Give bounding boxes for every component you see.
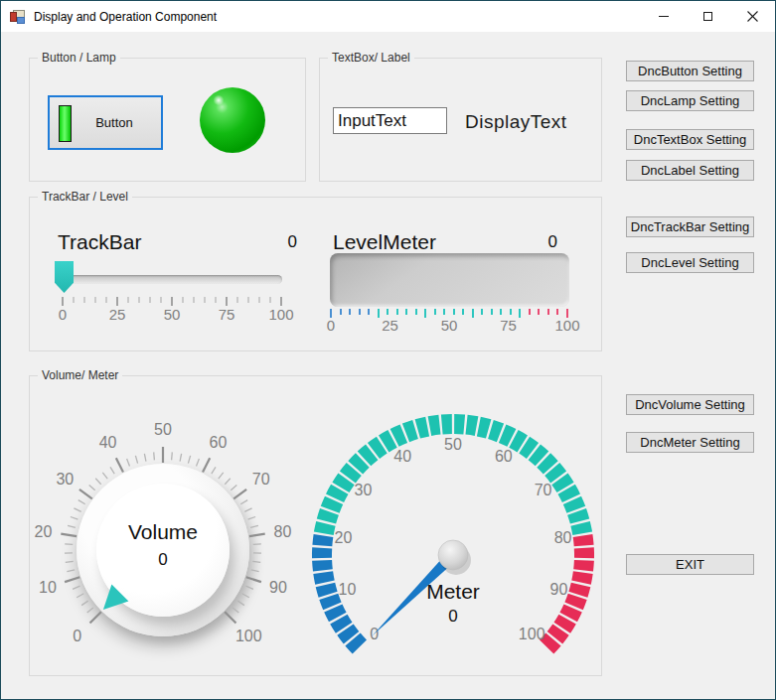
minimize-button[interactable]	[641, 1, 686, 32]
meter-value: 0	[354, 607, 552, 627]
lamp-highlight	[213, 95, 225, 105]
scale-tick	[216, 297, 217, 303]
meter-control: 0102030405060708090100 Meter 0	[294, 401, 612, 700]
scale-tick	[161, 297, 162, 303]
scale-tick	[340, 309, 342, 315]
scale-tick	[510, 309, 512, 315]
scale-tick	[259, 297, 260, 303]
svg-text:20: 20	[35, 523, 53, 540]
volume-title: Volume	[64, 520, 262, 544]
svg-text:30: 30	[355, 482, 373, 498]
scale-tick	[538, 309, 540, 315]
svg-text:50: 50	[154, 421, 172, 438]
scale-label: 100	[554, 317, 579, 334]
svg-text:10: 10	[39, 579, 57, 596]
scale-tick	[116, 297, 118, 306]
scale-tick	[62, 297, 64, 306]
scale-label: 75	[219, 306, 235, 323]
scale-tick	[481, 309, 483, 315]
group-volume-meter-label: Volume/ Meter	[38, 368, 122, 382]
exit-button[interactable]: EXIT	[626, 554, 754, 575]
scale-tick	[128, 297, 129, 303]
maximize-icon	[703, 12, 712, 21]
levelmeter-body	[330, 253, 569, 307]
volume-pointer	[103, 585, 128, 611]
dnc-button-label: Button	[95, 115, 133, 130]
svg-text:100: 100	[235, 628, 262, 644]
scale-tick	[74, 297, 75, 303]
scale-tick	[462, 309, 464, 315]
scale-tick	[443, 309, 445, 315]
dnc-button[interactable]: Button	[48, 95, 163, 150]
close-button[interactable]	[730, 1, 775, 32]
scale-tick	[106, 297, 107, 303]
svg-text:80: 80	[554, 529, 572, 546]
levelmeter-title: LevelMeter	[333, 230, 436, 254]
scale-tick	[491, 309, 493, 315]
meter-title: Meter	[354, 580, 552, 604]
minimize-icon	[659, 16, 669, 17]
dnctrackbar-setting-button[interactable]: DncTrackBar Setting	[626, 216, 754, 237]
scale-tick	[270, 297, 271, 303]
scale-tick	[248, 297, 249, 303]
dncbutton-setting-button[interactable]: DncButton Setting	[626, 61, 754, 81]
scale-tick	[280, 297, 282, 306]
maximize-button[interactable]	[686, 1, 730, 32]
scale-tick	[387, 309, 388, 315]
window-title: Display and Operation Component	[34, 10, 217, 24]
titlebar: Display and Operation Component	[1, 1, 775, 32]
scale-tick	[237, 297, 238, 303]
scale-tick	[84, 297, 85, 303]
input-textbox[interactable]	[333, 107, 447, 134]
app-icon	[10, 9, 26, 25]
scale-tick	[95, 297, 96, 303]
svg-text:40: 40	[393, 448, 411, 465]
levelmeter-value: 0	[528, 232, 557, 252]
svg-text:70: 70	[535, 482, 552, 498]
dnclamp-setting-button[interactable]: DncLamp Setting	[626, 90, 754, 111]
svg-text:90: 90	[269, 579, 287, 596]
scale-label: 25	[382, 317, 398, 334]
svg-text:0: 0	[73, 628, 81, 644]
dncmeter-setting-button[interactable]: DncMeter Setting	[626, 432, 754, 453]
scale-label: 50	[164, 306, 181, 323]
svg-text:20: 20	[335, 529, 353, 546]
scale-tick	[150, 297, 151, 303]
scale-tick	[500, 309, 502, 315]
svg-text:60: 60	[495, 448, 513, 465]
svg-text:50: 50	[444, 436, 462, 453]
scale-label: 0	[59, 306, 67, 323]
scale-tick	[556, 309, 558, 315]
svg-text:60: 60	[210, 434, 228, 451]
trackbar-track[interactable]	[58, 275, 282, 284]
dncvolume-setting-button[interactable]: DncVolume Setting	[626, 394, 754, 415]
svg-text:100: 100	[519, 626, 545, 642]
meter-gauge: 0102030405060708090100	[294, 401, 612, 700]
dnctextbox-setting-button[interactable]: DncTextBox Setting	[626, 129, 754, 150]
scale-tick	[359, 309, 361, 315]
scale-label: 100	[268, 306, 293, 323]
svg-text:40: 40	[99, 434, 117, 451]
scale-tick	[226, 297, 228, 306]
trackbar-title: TrackBar	[58, 230, 141, 254]
svg-text:30: 30	[56, 471, 74, 488]
levelmeter-scale-labels: 0255075100	[331, 317, 567, 333]
scale-tick	[405, 309, 407, 315]
trackbar-scale-labels: 0255075100	[63, 306, 281, 322]
scale-tick	[194, 297, 195, 303]
group-textbox-label-label: TextBox/ Label	[328, 51, 414, 65]
scale-tick	[349, 309, 351, 315]
dnc-lamp	[200, 87, 265, 153]
volume-control: 0102030405060708090100 Volume 0	[14, 401, 312, 699]
dnclevel-setting-button[interactable]: DncLevel Setting	[626, 252, 754, 273]
dnclabel-setting-button[interactable]: DncLabel Setting	[626, 160, 754, 181]
group-button-lamp-label: Button / Lamp	[38, 51, 120, 65]
scale-tick	[368, 309, 370, 315]
meter-needle-cap	[438, 540, 468, 570]
svg-text:70: 70	[252, 471, 270, 488]
scale-tick	[434, 309, 436, 315]
scale-label: 25	[109, 306, 126, 323]
svg-text:80: 80	[274, 523, 292, 540]
scale-label: 75	[500, 317, 517, 334]
app-window: Display and Operation Component Button /…	[0, 0, 776, 700]
